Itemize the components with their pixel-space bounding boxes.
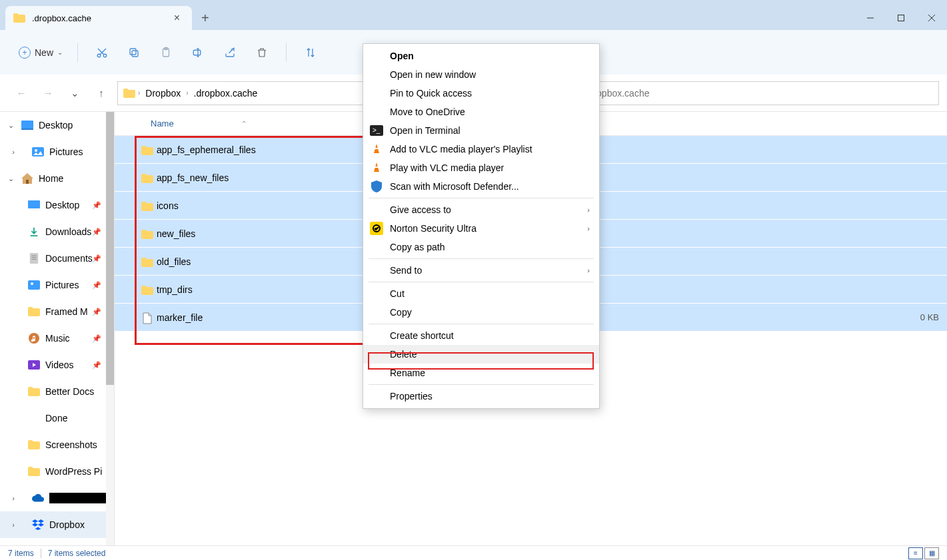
sidebar: ⌄Desktop ›Pictures ⌄Home Desktop📌 Downlo…: [0, 112, 115, 545]
forward-button[interactable]: →: [35, 80, 61, 107]
delete-icon[interactable]: [246, 39, 278, 66]
close-window-button[interactable]: [916, 6, 947, 30]
sidebar-item-music[interactable]: Music📌: [0, 325, 115, 352]
separator: [41, 549, 41, 558]
sidebar-item-wordpress[interactable]: WordPress Pi: [0, 458, 115, 485]
menu-item-norton-security-ultra[interactable]: Norton Security Ultra›: [363, 219, 599, 238]
sidebar-item-done[interactable]: Done: [0, 405, 115, 431]
breadcrumb-current[interactable]: .dropbox.cache: [191, 87, 261, 100]
svg-rect-17: [21, 129, 33, 130]
file-name: marker_file: [157, 312, 203, 323]
menu-item-give-access-to[interactable]: Give access to›: [363, 200, 599, 219]
folder-icon: [141, 144, 153, 156]
sidebar-item-downloads[interactable]: Downloads📌: [0, 218, 115, 245]
tab-current[interactable]: .dropbox.cache ×: [5, 6, 192, 30]
folder-icon: [141, 200, 153, 212]
menu-item-cut[interactable]: Cut: [363, 284, 599, 303]
chevron-right-icon[interactable]: ›: [8, 148, 19, 156]
menu-item-pin-to-quick-access[interactable]: Pin to Quick access: [363, 84, 599, 103]
menu-item-move-to-onedrive[interactable]: Move to OneDrive: [363, 103, 599, 121]
cut-icon[interactable]: [86, 39, 118, 66]
menu-item-label: Open in Terminal: [390, 125, 461, 136]
breadcrumb-root[interactable]: Dropbox: [143, 87, 183, 100]
menu-item-label: Add to VLC media player's Playlist: [390, 144, 532, 154]
videos-icon: [28, 360, 40, 370]
file-name: new_files: [157, 228, 195, 239]
sidebar-item-videos[interactable]: Videos📌: [0, 352, 115, 378]
titlebar: .dropbox.cache × +: [0, 0, 947, 30]
chevron-right-icon[interactable]: ›: [8, 494, 19, 502]
menu-item-label: Open: [390, 51, 414, 61]
chevron-down-icon[interactable]: ⌄: [5, 121, 16, 130]
menu-item-scan-with-microsoft-defender-[interactable]: Scan with Microsoft Defender...: [363, 177, 599, 196]
menu-item-label: Rename: [390, 368, 425, 378]
thumbnails-view-button[interactable]: ▦: [924, 547, 939, 559]
share-icon[interactable]: [214, 39, 246, 66]
sort-icon[interactable]: [295, 39, 327, 66]
recent-dropdown[interactable]: ⌄: [61, 80, 88, 107]
sidebar-item-betterdocs[interactable]: Better Docs: [0, 378, 115, 405]
menu-item-properties[interactable]: Properties: [363, 387, 599, 406]
sidebar-item-desktop2[interactable]: Desktop📌: [0, 192, 115, 218]
menu-item-delete[interactable]: Delete: [363, 345, 599, 364]
sidebar-item-documents[interactable]: Documents📌: [0, 245, 115, 272]
menu-item-send-to[interactable]: Send to›: [363, 261, 599, 280]
pin-icon: 📌: [92, 201, 101, 210]
chevron-down-icon[interactable]: ⌄: [5, 174, 16, 183]
new-button[interactable]: + New ⌄: [12, 43, 69, 63]
folder-icon: [123, 89, 135, 98]
minimize-button[interactable]: [855, 6, 886, 30]
file-name: icons: [157, 200, 179, 211]
folder-icon: [141, 256, 153, 268]
menu-item-open-in-terminal[interactable]: >_Open in Terminal: [363, 121, 599, 140]
sidebar-item-onedrive[interactable]: ›: [0, 485, 115, 511]
chevron-right-icon[interactable]: ›: [8, 521, 19, 529]
svg-rect-9: [130, 49, 136, 55]
menu-item-add-to-vlc-media-player-s-playlist[interactable]: Add to VLC media player's Playlist: [363, 140, 599, 158]
menu-item-create-shortcut[interactable]: Create shortcut: [363, 326, 599, 345]
sidebar-item-pictures2[interactable]: Pictures📌: [0, 272, 115, 298]
rename-icon[interactable]: [182, 39, 214, 66]
scroll-thumb[interactable]: [106, 112, 114, 385]
chevron-down-icon: ⌄: [57, 49, 63, 56]
sidebar-item-pictures[interactable]: ›Pictures: [0, 139, 115, 165]
folder-icon: [141, 284, 153, 296]
copy-icon[interactable]: [118, 39, 150, 66]
tab-title: .dropbox.cache: [32, 13, 163, 23]
sidebar-item-screenshots[interactable]: Screenshots: [0, 431, 115, 458]
sidebar-item-framed[interactable]: Framed M📌: [0, 298, 115, 325]
menu-item-open-in-new-window[interactable]: Open in new window: [363, 65, 599, 84]
menu-item-copy[interactable]: Copy: [363, 303, 599, 322]
menu-item-label: Copy as path: [390, 242, 445, 252]
sidebar-item-desktop[interactable]: ⌄Desktop: [0, 112, 115, 139]
menu-item-rename[interactable]: Rename: [363, 364, 599, 382]
dropbox-icon: [32, 519, 44, 530]
search-input[interactable]: [554, 88, 932, 99]
menu-item-copy-as-path[interactable]: Copy as path: [363, 238, 599, 256]
menu-item-play-with-vlc-media-player[interactable]: Play with VLC media player: [363, 158, 599, 177]
sidebar-item-dropbox[interactable]: ›Dropbox: [0, 511, 115, 538]
folder-icon: [28, 440, 40, 449]
folder-icon: [28, 414, 40, 423]
details-view-button[interactable]: ≡: [908, 547, 923, 559]
column-name[interactable]: Name⌃: [115, 119, 341, 129]
onedrive-icon: [32, 493, 44, 503]
menu-item-open[interactable]: Open: [363, 47, 599, 65]
vlc-icon: [370, 161, 383, 174]
svg-rect-25: [31, 259, 36, 260]
home-icon: [21, 173, 33, 184]
sidebar-item-home[interactable]: ⌄Home: [0, 165, 115, 192]
maximize-button[interactable]: [886, 6, 916, 30]
desktop-icon: [28, 200, 40, 210]
menu-item-label: Open in new window: [390, 69, 476, 80]
menu-item-label: Pin to Quick access: [390, 88, 472, 99]
menu-item-label: Copy: [390, 307, 412, 318]
close-icon[interactable]: ×: [170, 11, 184, 25]
new-tab-button[interactable]: +: [192, 7, 219, 30]
window-controls: [855, 6, 947, 30]
up-button[interactable]: ↑: [88, 80, 115, 107]
separator: [286, 43, 287, 62]
scrollbar[interactable]: [106, 112, 114, 545]
terminal-icon: >_: [370, 124, 383, 137]
back-button[interactable]: ←: [8, 80, 35, 107]
